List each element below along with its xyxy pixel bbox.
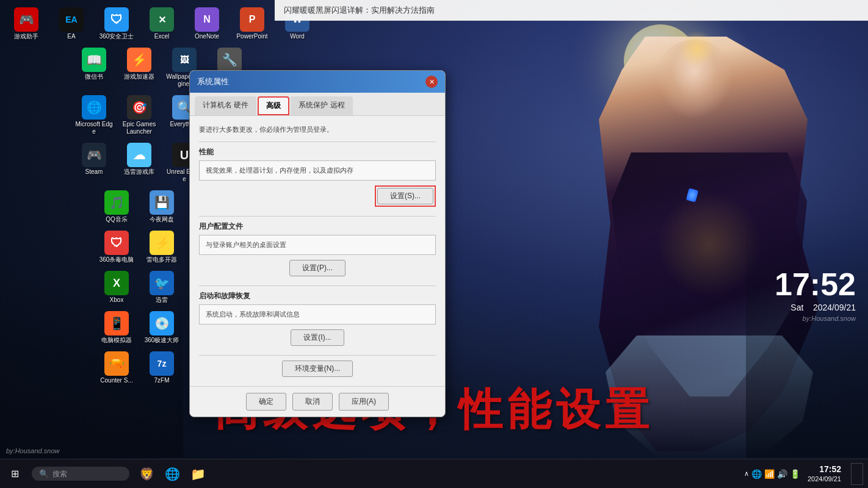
icon-cloud2[interactable]: 💾 今夜网盘 bbox=[140, 188, 183, 226]
icon-bird[interactable]: 🐦 迅雷 bbox=[140, 268, 183, 306]
start-button[interactable]: ⊞ bbox=[2, 462, 27, 486]
performance-btn-highlight: 设置(S)... bbox=[375, 185, 436, 207]
icon-epic[interactable]: 🎯 Epic Games Launcher bbox=[118, 93, 161, 138]
taskbar-app-icons: 🦁 🌐 📁 bbox=[134, 462, 210, 486]
tray-chevron[interactable]: ∧ bbox=[744, 470, 749, 478]
tray-battery-icon[interactable]: 🔋 bbox=[790, 469, 800, 479]
icon-cloud-game-label: 迅雷游戏库 bbox=[124, 168, 154, 176]
taskbar-right: ∧ 🌐 📶 🔊 🔋 17:52 2024/09/21 bbox=[744, 463, 868, 485]
icon-qqmusic[interactable]: 🎵 QQ音乐 bbox=[95, 188, 138, 226]
clock-time: 17:52 bbox=[775, 268, 856, 300]
icon-emulator-label: 电脑模拟器 bbox=[101, 337, 132, 344]
icon-360drive[interactable]: 💿 360极速大师 bbox=[140, 309, 183, 346]
icon-word-label: Word bbox=[290, 33, 305, 40]
hair-ornament bbox=[679, 30, 715, 67]
tab-computer-name[interactable]: 计算机名 硬件 bbox=[195, 96, 256, 115]
icon-thunder-label: 雷电多开器 bbox=[146, 256, 177, 264]
performance-settings-button[interactable]: 设置(S)... bbox=[377, 188, 433, 204]
dialog-footer: 确定 取消 应用(A) bbox=[190, 386, 445, 417]
admin-notice: 要进行大多数更改，你必须作为管理员登录。 bbox=[199, 125, 436, 134]
search-box[interactable]: 🔍 bbox=[32, 467, 129, 481]
icon-excel[interactable]: ✕ Excel bbox=[140, 5, 183, 43]
userprofile-desc: 与登录账户相关的桌面设置 bbox=[199, 235, 436, 255]
icon-360av[interactable]: 🛡 360杀毒电脑 bbox=[95, 228, 138, 266]
article-title-text: 闪耀暖暖黑屏闪退详解：实用解决方法指南 bbox=[284, 5, 435, 16]
search-icon: 🔍 bbox=[39, 469, 49, 478]
divider2 bbox=[199, 216, 436, 217]
icon-360av-label: 360杀毒电脑 bbox=[99, 256, 134, 264]
watermark-bottom-left: by:Housand.snow bbox=[6, 447, 59, 454]
article-title-bar: 闪耀暖暖黑屏闪退详解：实用解决方法指南 bbox=[275, 0, 868, 21]
icon-wechat[interactable]: 📖 微信书 bbox=[73, 45, 115, 90]
icon-360-label: 360安全卫士 bbox=[99, 33, 134, 40]
icon-ea[interactable]: EA EA bbox=[50, 5, 93, 43]
taskbar: ⊞ 🔍 🦁 🌐 📁 ∧ 🌐 📶 🔊 🔋 17:52 2024/09/2 bbox=[0, 459, 868, 488]
icon-cloud2-label: 今夜网盘 bbox=[150, 216, 174, 223]
icon-steam-label: Steam bbox=[85, 168, 103, 176]
icon-xbox-label: Xbox bbox=[110, 296, 124, 304]
tab-advanced[interactable]: 高级 bbox=[258, 96, 289, 115]
icon-onenote-label: OneNote bbox=[195, 33, 219, 40]
startup-title: 启动和故障恢复 bbox=[199, 291, 436, 301]
icon-360[interactable]: 🛡 360安全卫士 bbox=[95, 5, 138, 43]
search-input[interactable] bbox=[52, 470, 126, 478]
icon-edge-label: Microsoft Edge bbox=[75, 121, 113, 135]
icon-steam[interactable]: 🎮 Steam bbox=[73, 140, 115, 185]
icon-qqmusic-label: QQ音乐 bbox=[106, 216, 128, 223]
icon-epic-label: Epic Games Launcher bbox=[120, 121, 158, 135]
userprofile-title: 用户配置文件 bbox=[199, 221, 436, 232]
clock-weekday: Sat 2024/09/21 bbox=[775, 303, 856, 312]
divider1 bbox=[199, 142, 436, 142]
divider3 bbox=[199, 285, 436, 286]
icon-game1-label: 游戏助手 bbox=[14, 33, 38, 40]
userprofile-section: 用户配置文件 与登录账户相关的桌面设置 设置(P)... bbox=[199, 221, 436, 276]
taskbar-icon-animal[interactable]: 🦁 bbox=[134, 462, 159, 486]
icon-360drive-label: 360极速大师 bbox=[145, 337, 179, 344]
icon-ppt-label: PowerPoint bbox=[236, 33, 267, 40]
icon-boost-label: 游戏加速器 bbox=[124, 73, 154, 81]
taskbar-time-text: 17:52 bbox=[808, 464, 841, 475]
start-icon: ⊞ bbox=[11, 468, 19, 479]
dialog-tabs: 计算机名 硬件 高级 系统保护 远程 bbox=[190, 93, 445, 116]
icon-cloud-game[interactable]: ☁ 迅雷游戏库 bbox=[118, 140, 161, 185]
icon-boost[interactable]: ⚡ 游戏加速器 bbox=[118, 45, 161, 90]
system-tray-icons: ∧ 🌐 📶 🔊 🔋 bbox=[744, 469, 800, 479]
icon-onenote[interactable]: N OneNote bbox=[186, 5, 228, 43]
taskbar-date-text: 2024/09/21 bbox=[808, 475, 841, 483]
tab-computer-name-label: 计算机名 硬件 bbox=[203, 101, 248, 109]
icon-wechat-label: 微信书 bbox=[85, 73, 103, 81]
tab-advanced-label: 高级 bbox=[266, 101, 281, 110]
ok-button[interactable]: 确定 bbox=[246, 393, 286, 411]
desktop: 🎮 游戏助手 EA EA 🛡 360安全卫士 ✕ Excel N OneNote… bbox=[0, 0, 868, 488]
icon-edge[interactable]: 🌐 Microsoft Edge bbox=[73, 93, 115, 138]
taskbar-icon-folder[interactable]: 📁 bbox=[186, 462, 210, 486]
watermark-clock: by:Housand.snow bbox=[775, 315, 856, 322]
icon-ea-label: EA bbox=[67, 33, 75, 40]
startup-settings-button[interactable]: 设置(I)... bbox=[291, 329, 344, 346]
system-properties-dialog: 系统属性 ✕ 计算机名 硬件 高级 系统保护 远程 要进行大多数更改，你必须作为… bbox=[189, 70, 446, 417]
icon-xbox[interactable]: X Xbox bbox=[95, 268, 138, 306]
tab-system-protect[interactable]: 系统保护 远程 bbox=[291, 96, 352, 115]
icon-thunder[interactable]: ⚡ 雷电多开器 bbox=[140, 228, 183, 266]
show-desktop-button[interactable] bbox=[851, 463, 863, 485]
icon-game1[interactable]: 🎮 游戏助手 bbox=[5, 5, 48, 43]
icon-emulator[interactable]: 📱 电脑模拟器 bbox=[95, 309, 138, 346]
dialog-close-button[interactable]: ✕ bbox=[425, 76, 438, 88]
tray-network-icon[interactable]: 🌐 bbox=[751, 469, 762, 479]
startup-desc: 系统启动，系统故障和调试信息 bbox=[199, 304, 436, 325]
taskbar-clock[interactable]: 17:52 2024/09/21 bbox=[803, 464, 846, 483]
env-var-row: 环境变量(N)... bbox=[199, 361, 436, 377]
tray-wifi-icon[interactable]: 📶 bbox=[764, 469, 775, 479]
icon-ppt[interactable]: P PowerPoint bbox=[231, 5, 273, 43]
dialog-titlebar: 系统属性 ✕ bbox=[190, 71, 445, 93]
env-variables-button[interactable]: 环境变量(N)... bbox=[282, 361, 353, 377]
apply-button[interactable]: 应用(A) bbox=[339, 393, 389, 411]
cancel-button[interactable]: 取消 bbox=[292, 393, 333, 411]
desktop-clock: 17:52 Sat 2024/09/21 by:Housand.snow bbox=[775, 268, 856, 322]
taskbar-icon-edge[interactable]: 🌐 bbox=[160, 462, 184, 486]
dialog-content: 要进行大多数更改，你必须作为管理员登录。 性能 视觉效果，处理器计划，内存使用，… bbox=[190, 116, 445, 386]
tab-system-protect-label: 系统保护 远程 bbox=[298, 101, 344, 109]
userprofile-settings-button[interactable]: 设置(P)... bbox=[289, 260, 345, 276]
tray-volume-icon[interactable]: 🔊 bbox=[777, 469, 787, 479]
icon-excel-label: Excel bbox=[154, 33, 169, 40]
